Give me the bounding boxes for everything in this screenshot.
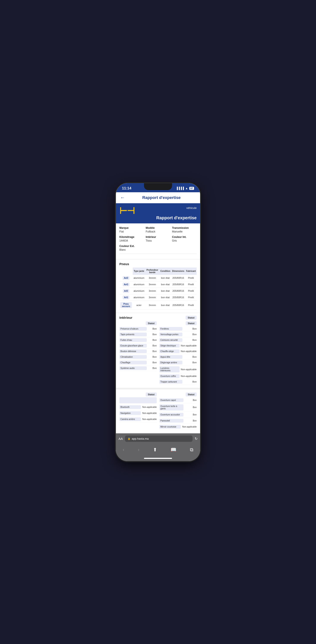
statut-badge-left: Statut xyxy=(146,321,157,325)
tire-profondeur: 3mmm xyxy=(145,281,159,288)
page2-item-value: Non-applicable xyxy=(142,418,157,420)
interior-item-value: Non-applicable xyxy=(181,375,197,377)
interior-item-value: Bon xyxy=(148,361,157,364)
page2-item-value: Non-applicable xyxy=(182,426,197,428)
page2-row: Navigation Non-applicable xyxy=(119,410,157,416)
interior-row: Appui-tête Bon xyxy=(159,354,197,360)
report-banner: ⊢⊣ véhicule Rapport d'expertise xyxy=(116,203,200,224)
signal-icon: ▐▐▐▐ xyxy=(176,187,184,190)
kilometrage-label: Kilométrage xyxy=(119,236,144,238)
interior-item-label: Dégivrage arrière xyxy=(159,361,182,364)
interior-row: Lumières intérieures Non-applicable xyxy=(159,366,197,374)
transmission-value: Manuelle xyxy=(172,230,183,233)
transmission-label: Transmission xyxy=(172,226,197,230)
pneus-section: Pneus Type jante Profondeur bande Condit… xyxy=(116,260,200,313)
tire-profondeur: 3mmm xyxy=(145,294,159,300)
share-toolbar-btn[interactable]: ⬆ xyxy=(150,446,160,454)
tires-table: Type jante Profondeur bande Condition Di… xyxy=(119,268,197,310)
tire-dimensions: 205/80R16 xyxy=(171,275,185,281)
table-row: AvD aluminium 3mmm bon état 205/80R16 Pi… xyxy=(119,275,197,281)
divider xyxy=(119,254,197,254)
tire-condition: bon état xyxy=(159,275,171,281)
interior-title: Intérieur xyxy=(119,316,132,320)
interior-item-label: Système audio xyxy=(119,366,147,370)
tire-label: Pneu secours xyxy=(120,302,132,308)
couleur-int-value: Gris xyxy=(172,239,177,242)
page2-row: Mirroir courtoisie Non-applicable xyxy=(159,424,197,430)
interior-row: Chauffe-siège Non-applicable xyxy=(159,348,197,354)
interior-item-label: Présence d'odeurs xyxy=(119,327,147,331)
modele-item: Modèle Fullback xyxy=(146,226,170,233)
page2-row: Ouverture boîte à gants Bon xyxy=(159,403,197,412)
page2-row: Caméra arrière Non-applicable xyxy=(119,416,157,422)
bookmarks-toolbar-btn[interactable]: 📖 xyxy=(167,446,180,454)
interior-item-label: Trappe carburant xyxy=(159,380,182,384)
interior-item-label: Appui-tête xyxy=(159,355,182,359)
col-fabricant: Fabricant xyxy=(185,268,197,275)
back-button[interactable]: ← xyxy=(120,195,125,200)
interior-row: Ceintures sécurité Bon xyxy=(159,337,197,343)
tire-dimensions: 205/80R16 xyxy=(171,294,185,300)
interior-item-value: Bon xyxy=(148,339,157,341)
transmission-item: Transmission Manuelle xyxy=(172,226,197,233)
interior-item-label: Chauffage xyxy=(119,361,147,364)
status-icons: ▐▐▐▐ ▲ 97 xyxy=(176,187,194,190)
interior-item-label: Fuites d'eau xyxy=(119,338,147,342)
home-indicator xyxy=(116,458,200,461)
page2-item-value: Non-applicable xyxy=(142,406,157,408)
interior-row: Tapis présents Bon xyxy=(119,332,157,337)
tire-dimensions: 205/80R16 xyxy=(171,281,185,288)
statut-badge-right: Statut xyxy=(186,321,197,325)
tire-type: aluminium xyxy=(133,294,145,300)
page2-row: Ouverture capot Bon xyxy=(159,397,197,403)
reload-icon[interactable]: ↻ xyxy=(195,436,197,441)
tire-fabricant: Pirelli xyxy=(185,275,197,281)
page2-content: Statut Bluetooth Non-applicable Navigati… xyxy=(119,392,197,430)
interieur-item: Intérieur Tissu xyxy=(146,236,170,242)
interior-row: Essuie-glace/lave-glace Bon xyxy=(119,343,157,348)
kilometrage-item: Kilométrage 144634 xyxy=(119,236,144,242)
tire-label: AvD xyxy=(123,276,130,280)
pneus-title: Pneus xyxy=(119,260,197,268)
interior-item-label: Tapis présents xyxy=(119,332,147,336)
interior-item-label: Lumières intérieures xyxy=(159,366,179,372)
interior-row: Système audio Bon xyxy=(119,366,157,371)
status-time: 11:14 xyxy=(122,186,131,190)
interior-item-value: Bon xyxy=(184,339,197,341)
page2-item-value: Bon xyxy=(185,414,197,416)
page2-item-value: Bon xyxy=(185,399,197,401)
browser-bar: AA 🔒 app.hasta.ma ↻ xyxy=(116,433,200,444)
interior-item-value: Bon xyxy=(148,350,157,352)
forward-toolbar-btn[interactable]: › xyxy=(135,446,143,454)
interior-item-label: Siège électrique xyxy=(159,344,179,348)
page2-item-value: Bon xyxy=(185,406,197,408)
tire-type: acier xyxy=(133,300,145,310)
interior-item-value: Bon xyxy=(148,356,157,358)
interior-item-value: Bon xyxy=(184,361,197,364)
content-area: ⊢⊣ véhicule Rapport d'expertise Marque F… xyxy=(116,203,200,433)
notch xyxy=(144,183,172,190)
interior-row: Fenêtres Bon xyxy=(159,326,197,332)
browser-url-container[interactable]: 🔒 app.hasta.ma xyxy=(125,436,192,442)
col-type-jante: Type jante xyxy=(133,268,145,275)
couleur-ext-item: Couleur Ext. Blanc xyxy=(119,244,144,252)
interior-item-label: Verrouillage portes xyxy=(159,332,182,336)
page2-item-label: Mirroir courtoisie xyxy=(159,425,181,428)
tabs-toolbar-btn[interactable]: ⧉ xyxy=(186,446,197,454)
vehicle-label: véhicule xyxy=(186,206,197,210)
table-row: Pneu secours acier 3mmm bon état 205/80R… xyxy=(119,300,197,310)
tire-fabricant: Pirelli xyxy=(185,288,197,294)
browser-aa-label[interactable]: AA xyxy=(119,437,123,440)
back-toolbar-btn[interactable]: ‹ xyxy=(119,446,128,454)
interior-right-col: Statut Fenêtres Bon Verrouillage portes … xyxy=(159,321,197,385)
page2-row: Paresoleil Bon xyxy=(159,418,197,424)
interior-item-label: Bouton détresse xyxy=(119,350,147,353)
wifi-icon: ▲ xyxy=(185,187,188,190)
interior-item-value: Non-applicable xyxy=(181,344,197,347)
interior-row: Bouton détresse Bon xyxy=(119,348,157,354)
interior-row: Verrouillage portes Bon xyxy=(159,332,197,337)
page2-item-label: Ouverture capot xyxy=(159,398,183,402)
tire-fabricant: Pirelli xyxy=(185,300,197,310)
page2-item-label: Caméra arrière xyxy=(119,417,141,421)
col-profondeur: Profondeur bande xyxy=(145,268,159,275)
